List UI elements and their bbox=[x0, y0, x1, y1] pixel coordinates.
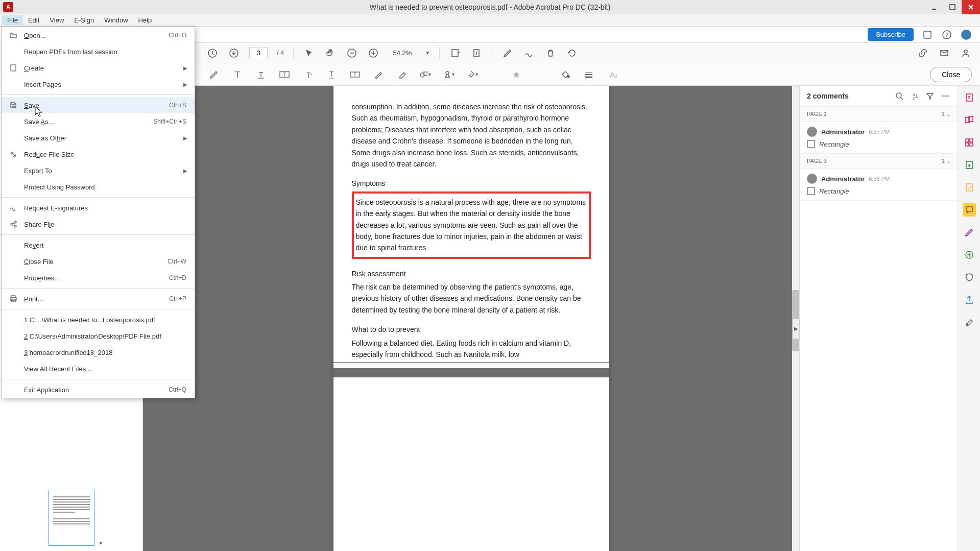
menu-save-as[interactable]: Save As... Shift+Ctrl+S bbox=[2, 113, 195, 130]
account-icon[interactable] bbox=[960, 47, 972, 59]
menu-file[interactable]: File bbox=[2, 15, 23, 25]
profile-icon[interactable] bbox=[961, 29, 972, 40]
text-field-icon[interactable]: T bbox=[348, 68, 362, 81]
download-icon[interactable] bbox=[228, 47, 240, 59]
organize-pages-icon[interactable] bbox=[963, 136, 976, 149]
share-tool-icon[interactable] bbox=[963, 293, 976, 306]
menu-view[interactable]: View bbox=[44, 15, 69, 25]
comment-item[interactable]: Administrator 6:38 PM Rectangle bbox=[800, 169, 958, 201]
minimize-button[interactable] bbox=[925, 0, 943, 14]
panel-collapse-handle[interactable]: ▶ bbox=[793, 319, 800, 339]
pin-icon[interactable] bbox=[510, 68, 523, 81]
menu-revert[interactable]: Revert bbox=[2, 237, 195, 253]
text-style-icon[interactable]: Aa bbox=[606, 68, 619, 81]
svg-point-7 bbox=[961, 30, 971, 40]
menu-save[interactable]: Save Ctrl+S bbox=[2, 97, 195, 113]
hand-tool-icon[interactable] bbox=[324, 47, 337, 59]
shapes-icon[interactable]: ▼ bbox=[419, 68, 432, 81]
comment-item[interactable]: Administrator 6:37 PM Rectangle bbox=[800, 122, 958, 154]
eraser-icon[interactable] bbox=[395, 68, 409, 81]
rotate-icon[interactable] bbox=[566, 47, 578, 59]
edit-pdf-icon[interactable] bbox=[963, 181, 976, 194]
text-callout-icon[interactable]: T bbox=[254, 68, 268, 81]
menu-reduce-file-size[interactable]: Reduce File Size bbox=[2, 146, 195, 162]
menu-properties[interactable]: Properties... Ctrl+D bbox=[2, 270, 195, 286]
settings-tool-icon[interactable] bbox=[963, 316, 976, 329]
menu-request-esignatures[interactable]: Request E-signatures bbox=[2, 200, 195, 216]
search-comments-icon[interactable] bbox=[894, 91, 904, 101]
page-thumbnail[interactable] bbox=[49, 490, 94, 546]
zoom-in-icon[interactable] bbox=[367, 47, 379, 59]
text-underline-icon[interactable]: T bbox=[325, 68, 338, 81]
menu-help[interactable]: Help bbox=[133, 15, 157, 25]
menu-recent-3[interactable]: 3 homeacrordrunified18_2018 bbox=[2, 344, 195, 361]
maximize-button[interactable] bbox=[943, 0, 962, 14]
svg-text:T: T bbox=[259, 70, 264, 79]
menu-exit-application[interactable]: Exit Application Ctrl+Q bbox=[2, 381, 195, 398]
menu-save-as-other[interactable]: Save as Other ▶ bbox=[2, 130, 195, 146]
menu-recent-2[interactable]: 2 C:\Users\Administrator\Desktop\PDF Fil… bbox=[2, 328, 195, 344]
menu-create[interactable]: Create ▶ bbox=[2, 60, 195, 76]
svg-text:+: + bbox=[310, 72, 313, 77]
svg-rect-50 bbox=[970, 139, 973, 142]
sign-icon[interactable] bbox=[523, 47, 535, 59]
page-number-input[interactable] bbox=[249, 47, 268, 59]
help-icon[interactable]: ? bbox=[941, 29, 952, 40]
menu-window[interactable]: Window bbox=[99, 15, 133, 25]
text-annotation-icon[interactable]: T+ bbox=[301, 68, 315, 81]
comment-type: Rectangle bbox=[819, 187, 849, 195]
combine-files-icon[interactable] bbox=[963, 113, 976, 127]
fill-sign-icon[interactable] bbox=[963, 226, 976, 239]
comment-page-header[interactable]: PAGE 1 1 ⌄ bbox=[800, 107, 958, 122]
menu-edit[interactable]: Edit bbox=[23, 15, 44, 25]
sort-comments-icon[interactable]: AZ bbox=[910, 91, 920, 101]
annotate-icon[interactable] bbox=[501, 47, 514, 59]
zoom-out-icon[interactable] bbox=[346, 47, 358, 59]
more-tools-1-icon[interactable] bbox=[963, 248, 976, 261]
filter-comments-icon[interactable] bbox=[925, 91, 935, 101]
delete-icon[interactable] bbox=[544, 47, 557, 59]
fit-page-icon[interactable] bbox=[470, 47, 483, 59]
menu-view-all-recent[interactable]: View All Recent Files... bbox=[2, 361, 195, 377]
subscribe-button[interactable]: Subscribe bbox=[868, 28, 914, 41]
comment-page-header[interactable]: PAGE 3 1 ⌄ bbox=[800, 154, 958, 169]
fit-width-icon[interactable] bbox=[449, 47, 461, 59]
menu-protect-password[interactable]: Protect Using Password bbox=[2, 179, 195, 195]
menu-share-file[interactable]: Share File bbox=[2, 216, 195, 232]
rectangle-annotation[interactable]: Since osteoporosis is a natural process … bbox=[352, 191, 591, 259]
close-panel-button[interactable]: Close bbox=[930, 67, 972, 82]
create-pdf-icon[interactable] bbox=[963, 91, 976, 104]
notifications-icon[interactable] bbox=[922, 29, 933, 40]
edit-text-icon[interactable] bbox=[207, 68, 221, 81]
menu-export-to[interactable]: Export To ▶ bbox=[2, 162, 195, 179]
stamp-icon[interactable]: ▼ bbox=[442, 68, 456, 81]
menu-insert-pages[interactable]: Insert Pages ▶ bbox=[2, 76, 195, 92]
more-options-icon[interactable] bbox=[940, 91, 950, 101]
fill-color-icon[interactable] bbox=[559, 68, 572, 81]
export-pdf-icon[interactable] bbox=[963, 158, 976, 172]
add-text-icon[interactable]: T bbox=[231, 68, 244, 81]
zoom-level[interactable]: 54.2% bbox=[389, 48, 416, 58]
menu-print[interactable]: Print... Ctrl+P bbox=[2, 291, 195, 307]
menu-reopen-pdfs[interactable]: Reopen PDFs from last session bbox=[2, 43, 195, 60]
protect-icon[interactable] bbox=[963, 271, 976, 284]
email-icon[interactable] bbox=[938, 47, 950, 59]
attachment-icon[interactable]: ▼ bbox=[466, 68, 479, 81]
svg-text:T: T bbox=[283, 72, 286, 78]
menu-open[interactable]: OOpen...pen... Ctrl+O bbox=[2, 27, 195, 43]
svg-text:a: a bbox=[614, 73, 618, 79]
save-icon[interactable] bbox=[206, 47, 219, 59]
link-icon[interactable] bbox=[917, 47, 929, 59]
text-box-icon[interactable]: T bbox=[278, 68, 291, 81]
pencil-icon[interactable] bbox=[372, 68, 385, 81]
menu-recent-1[interactable]: 1 C:...\What is needed to...t osteoporos… bbox=[2, 312, 195, 328]
document-viewport[interactable]: consumption. In addition, some diseases … bbox=[143, 86, 799, 551]
selection-tool-icon[interactable] bbox=[303, 47, 315, 59]
close-window-button[interactable] bbox=[962, 0, 980, 14]
menu-esign[interactable]: E-Sign bbox=[69, 15, 99, 25]
comment-tool-icon[interactable] bbox=[963, 203, 976, 217]
comments-panel: ▶ 2 comments AZ PAGE 1 1 ⌄ Administrator… bbox=[799, 86, 958, 551]
file-menu-dropdown: OOpen...pen... Ctrl+O Reopen PDFs from l… bbox=[1, 27, 195, 398]
line-thickness-icon[interactable] bbox=[582, 68, 595, 81]
menu-close-file[interactable]: Close File Ctrl+W bbox=[2, 253, 195, 270]
